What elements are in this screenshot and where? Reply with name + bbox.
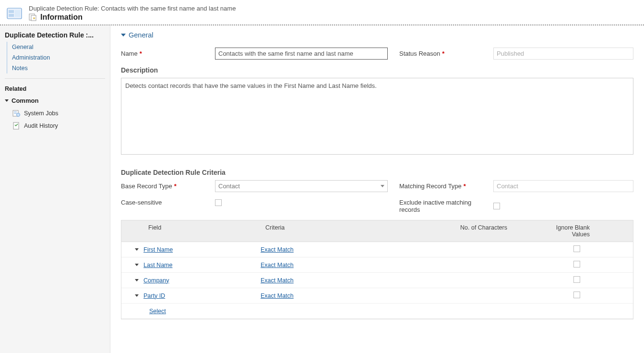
criteria-link[interactable]: Exact Match [261, 277, 294, 284]
base-record-type-value: Contact [218, 183, 240, 190]
criteria-link[interactable]: Exact Match [261, 292, 294, 299]
criteria-thead: Field Criteria No. of Characters Ignore … [121, 220, 633, 242]
criteria-row-new: Select [121, 304, 633, 319]
field-link[interactable]: Party ID [143, 292, 165, 299]
base-record-type-select[interactable]: Contact [215, 180, 388, 192]
sidebar-nav-notes[interactable]: Notes [12, 63, 105, 73]
field-link[interactable]: First Name [143, 246, 173, 253]
main-content: General Name* Contacts with the same fir… [110, 25, 644, 353]
exclude-inactive-checkbox[interactable] [493, 203, 500, 209]
exclude-inactive-label: Exclude inactive matching records [399, 199, 490, 213]
select-field-link[interactable]: Select [149, 308, 166, 315]
chevron-down-icon[interactable] [135, 248, 139, 251]
svg-point-6 [33, 17, 35, 19]
page-subtitle: Information [40, 13, 83, 22]
description-label: Description [121, 66, 633, 74]
related-heading: Related [5, 85, 105, 92]
page-header: Duplicate Detection Rule: Contacts with … [0, 0, 644, 25]
criteria-link[interactable]: Exact Match [261, 246, 294, 253]
status-reason-field: Published [493, 48, 633, 60]
caret-down-icon [5, 99, 9, 102]
ignore-blank-checkbox[interactable] [573, 276, 580, 283]
svg-point-10 [17, 113, 20, 117]
criteria-row: Last Name Exact Match [121, 257, 633, 273]
chevron-down-icon[interactable] [135, 294, 139, 297]
chevron-down-icon[interactable] [135, 264, 139, 266]
sidebar-item-audit-history[interactable]: Audit History [5, 120, 105, 132]
status-reason-label: Status Reason* [399, 50, 490, 57]
criteria-row: Company Exact Match [121, 273, 633, 288]
case-sensitive-checkbox[interactable] [215, 199, 222, 206]
name-input[interactable]: Contacts with the same first name and la… [215, 48, 388, 60]
case-sensitive-label: Case-sensitive [121, 199, 212, 206]
col-header-ignore: Ignore Blank Values [534, 220, 633, 242]
criteria-row: Party ID Exact Match [121, 288, 633, 304]
sidebar-item-label: System Jobs [24, 110, 59, 117]
matching-record-type-label: Matching Record Type* [399, 183, 490, 190]
name-label: Name* [121, 50, 212, 57]
criteria-section-label: Duplicate Detection Rule Criteria [121, 169, 633, 176]
field-link[interactable]: Last Name [143, 262, 172, 268]
sidebar: Duplicate Detection Rule :... General Ad… [0, 25, 110, 353]
divider [5, 78, 105, 79]
sidebar-common-label: Common [12, 97, 38, 104]
base-record-type-label: Base Record Type* [121, 183, 212, 190]
sidebar-nav-administration[interactable]: Administration [12, 52, 105, 63]
sidebar-item-label: Audit History [24, 122, 58, 129]
matching-record-type-field: Contact [493, 180, 633, 192]
system-jobs-icon [12, 110, 20, 117]
ignore-blank-checkbox[interactable] [573, 292, 580, 298]
chevron-down-icon [381, 185, 384, 187]
ignore-blank-checkbox[interactable] [573, 245, 580, 252]
col-header-field: Field [121, 220, 261, 242]
svg-rect-3 [15, 10, 20, 17]
section-general-header[interactable]: General [121, 31, 633, 39]
sidebar-nav-general[interactable]: General [12, 42, 105, 52]
criteria-row: First Name Exact Match [121, 242, 633, 257]
criteria-link[interactable]: Exact Match [261, 262, 294, 268]
col-header-criteria: Criteria [261, 220, 395, 242]
header-title: Duplicate Detection Rule: Contacts with … [29, 5, 236, 12]
ignore-blank-checkbox[interactable] [573, 261, 580, 268]
sidebar-breadcrumb: Duplicate Detection Rule :... [5, 31, 105, 39]
record-type-icon [7, 6, 23, 21]
description-textarea[interactable] [121, 78, 633, 155]
svg-rect-1 [9, 10, 14, 13]
chevron-down-icon[interactable] [135, 279, 139, 281]
sidebar-group-common[interactable]: Common [5, 97, 105, 104]
caret-down-icon [121, 34, 126, 37]
form-icon [29, 13, 36, 21]
section-general-label: General [129, 31, 154, 39]
field-link[interactable]: Company [143, 277, 169, 284]
criteria-table: Field Criteria No. of Characters Ignore … [121, 220, 633, 319]
svg-rect-2 [9, 14, 14, 17]
audit-history-icon [12, 122, 20, 130]
col-header-chars: No. of Characters [395, 220, 534, 242]
sidebar-item-system-jobs[interactable]: System Jobs [5, 107, 105, 120]
